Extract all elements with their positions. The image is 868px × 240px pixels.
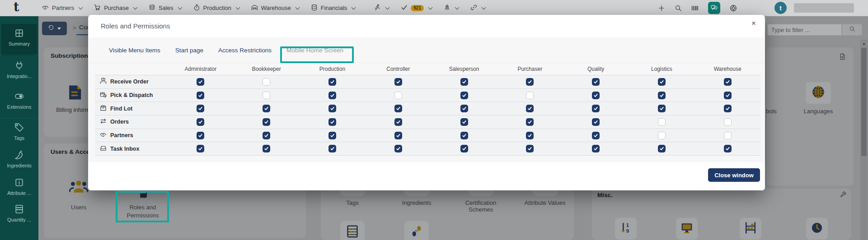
scrollbar-thumb[interactable] [861, 48, 867, 156]
nav-item-partners[interactable]: Partners [36, 4, 88, 12]
permission-checkbox[interactable] [592, 105, 600, 112]
close-window-button[interactable]: Close window [708, 168, 760, 182]
permission-checkbox[interactable] [526, 105, 534, 112]
nav-item-warehouse[interactable]: Warehouse [245, 4, 305, 12]
permission-checkbox[interactable] [658, 145, 666, 152]
permission-checkbox[interactable] [724, 105, 732, 112]
permission-checkbox[interactable] [592, 132, 600, 139]
permission-checkbox[interactable] [197, 132, 204, 139]
permission-checkbox[interactable] [724, 78, 732, 86]
shelf-life-tile[interactable] [740, 218, 761, 240]
tab-visible-menu-items[interactable]: Visible Menu Items [109, 47, 160, 54]
sidebar-item-extensions[interactable]: Extensions [0, 92, 38, 110]
permission-checkbox[interactable] [592, 78, 600, 86]
permission-checkbox[interactable] [394, 78, 402, 86]
permission-checkbox[interactable] [526, 92, 534, 99]
permission-checkbox[interactable] [263, 132, 270, 139]
nav-icon-item-link[interactable] [464, 4, 491, 12]
permission-checkbox[interactable] [328, 92, 336, 99]
permission-checkbox[interactable] [724, 145, 732, 152]
sidebar-item-summary[interactable]: Summary [0, 28, 38, 46]
permission-checkbox[interactable] [197, 92, 204, 99]
nav-item-financials[interactable]: Financials [305, 4, 361, 12]
permission-checkbox[interactable] [197, 78, 204, 86]
barcode-icon[interactable] [691, 5, 699, 12]
permission-checkbox[interactable] [658, 92, 666, 99]
wrench-icon[interactable] [840, 191, 847, 198]
nav-icon-item-runner[interactable] [368, 4, 395, 12]
permission-checkbox[interactable] [328, 118, 336, 126]
permission-checkbox[interactable] [724, 92, 732, 99]
sidebar-item-quantity[interactable]: Quantity ... [0, 204, 38, 222]
close-icon[interactable]: × [751, 19, 756, 28]
permission-checkbox[interactable] [394, 118, 402, 126]
billing-document-icon[interactable] [66, 84, 83, 101]
permission-checkbox[interactable] [526, 118, 534, 126]
permission-checkbox[interactable] [592, 118, 600, 126]
time-tile[interactable] [806, 218, 828, 240]
permission-checkbox[interactable] [526, 145, 534, 152]
permission-checkbox[interactable] [460, 132, 468, 139]
permission-checkbox[interactable] [263, 145, 270, 152]
permission-checkbox[interactable] [394, 132, 402, 139]
tab-access-restrictions[interactable]: Access Restrictions [218, 47, 272, 54]
permission-checkbox[interactable] [394, 105, 402, 112]
languages-tile[interactable] [806, 82, 831, 104]
permission-checkbox[interactable] [460, 78, 468, 86]
history-back-button[interactable] [42, 22, 67, 35]
scrollbar-up-arrow[interactable]: ▲ [860, 42, 868, 46]
permission-checkbox[interactable] [592, 92, 600, 99]
tab-start-page[interactable]: Start page [175, 47, 203, 54]
permission-checkbox[interactable] [263, 118, 270, 126]
help-icon[interactable] [730, 5, 737, 12]
permission-checkbox[interactable] [263, 78, 270, 86]
plus-icon[interactable] [658, 5, 665, 12]
tag-icon [14, 123, 24, 133]
sidebar-item-tags[interactable]: Tags [0, 123, 38, 141]
permission-checkbox[interactable] [724, 118, 732, 126]
permission-checkbox[interactable] [658, 105, 666, 112]
permission-checkbox[interactable] [658, 118, 666, 126]
traceability-tile[interactable] [404, 221, 429, 240]
sidebar-item-attribute[interactable]: Attribute ... [0, 178, 38, 196]
sidebar-item-integratio[interactable]: Integratio... [0, 61, 38, 79]
permission-checkbox[interactable] [592, 145, 600, 152]
permission-checkbox[interactable] [658, 132, 666, 139]
permission-checkbox[interactable] [197, 105, 204, 112]
permission-checkbox[interactable] [197, 145, 204, 152]
nav-item-purchase[interactable]: Purchase [88, 4, 143, 12]
permission-cell [365, 105, 431, 112]
permission-checkbox[interactable] [526, 78, 534, 86]
display-tile[interactable] [676, 218, 698, 240]
permission-checkbox[interactable] [658, 78, 666, 86]
nav-item-sales[interactable]: Sales [143, 4, 188, 12]
sidebar-item-ingredients[interactable]: Ingredients [0, 150, 38, 168]
nav-icon-item-check[interactable]: 921 [395, 4, 438, 12]
permission-checkbox[interactable] [263, 105, 270, 112]
quantity-units-tile[interactable] [340, 221, 365, 240]
permission-checkbox[interactable] [263, 92, 270, 99]
search-icon[interactable] [675, 5, 682, 12]
permission-checkbox[interactable] [328, 78, 336, 86]
permission-checkbox[interactable] [724, 132, 732, 139]
filter-input[interactable] [767, 24, 842, 36]
permission-checkbox[interactable] [197, 118, 204, 126]
permission-checkbox[interactable] [460, 118, 468, 126]
permission-checkbox[interactable] [328, 145, 336, 152]
permission-checkbox[interactable] [328, 132, 336, 139]
permission-checkbox[interactable] [460, 145, 468, 152]
sort-order-tile[interactable]: 19 [615, 218, 637, 240]
chat-button[interactable] [708, 2, 720, 14]
document-icon [839, 53, 846, 60]
permission-checkbox[interactable] [394, 145, 402, 152]
filter-search-button[interactable] [842, 24, 862, 36]
permission-checkbox[interactable] [460, 105, 468, 112]
permission-checkbox[interactable] [526, 132, 534, 139]
nav-item-production[interactable]: Production [188, 4, 245, 12]
nav-icon-item-rocket[interactable] [438, 4, 464, 12]
permission-checkbox[interactable] [394, 92, 402, 99]
permission-checkbox[interactable] [328, 105, 336, 112]
users-icon[interactable] [69, 178, 88, 197]
permission-checkbox[interactable] [460, 92, 468, 99]
avatar[interactable]: t [774, 2, 787, 14]
